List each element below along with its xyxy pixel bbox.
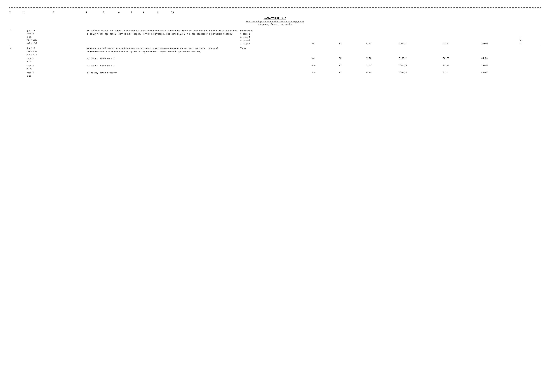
row3a-price: I4–88	[480, 64, 519, 71]
row1-rate: 2–38,7	[398, 29, 442, 46]
table-row: табл.4 № Ia в) то же, балки покрытия –"–…	[9, 71, 541, 78]
row2-desc: Укладка железобетонных изделий при помощ…	[86, 46, 239, 56]
row1-total: 6I,05	[442, 29, 480, 46]
col-1: I	[9, 11, 11, 14]
to-text: То же	[240, 47, 310, 50]
column-numbers-row: I 2 3 4 5 6 7 8 9 IO	[9, 11, 541, 15]
row2a-total: 58,08	[442, 56, 480, 64]
row2a-qty: 33	[338, 56, 365, 64]
row2a-unit: шт.	[311, 56, 338, 64]
col-2: 2	[23, 11, 25, 14]
row4a-rate: 3–82,8	[398, 71, 442, 78]
title-section: КАЛЬКУЛЯЦИН № 6 Монтаж сборных железобет…	[9, 17, 541, 26]
row4a-desc: в) то же, балки покрытия	[86, 71, 239, 78]
table-row: 2. § 4–I–6 тех.часть п.I к–I,I Укладка ж…	[9, 46, 541, 56]
col-8: 8	[143, 11, 144, 14]
row1-qty: I5	[338, 29, 365, 46]
row3a-desc: б) ригели весом до 3 т	[86, 64, 239, 71]
row3a-norm: 2,3I	[365, 64, 398, 71]
row2a-norm: I,76	[365, 56, 398, 64]
row2a-rate: I–03,2	[398, 56, 442, 64]
col-3: 3	[53, 11, 54, 14]
row4a-unit: –"–	[311, 71, 338, 78]
col-10: IO	[171, 11, 174, 14]
row2-empty	[311, 46, 519, 56]
main-content: 1. § I–4–4 табл.2 № Ia тех.часть п.I к–I…	[9, 29, 541, 78]
row3a-total: 25,4I	[442, 64, 480, 71]
col-9: 9	[157, 11, 158, 14]
row1-unit: шт.	[311, 29, 338, 46]
row4a-norm: 6,05	[365, 71, 398, 78]
row2a-price: 34–06	[480, 56, 519, 64]
title-main: КАЛЬКУЛЯЦИН № 6	[9, 17, 541, 21]
row2-ref: § 4–I–6 тех.часть п.I к–I,I	[26, 46, 86, 56]
row1-ref: § I–4–4 табл.2 № Ia тех.часть п.I к–I,I	[26, 29, 86, 46]
col-6: 6	[118, 11, 119, 14]
row2a-ref: табл.2 № 2а	[26, 56, 86, 64]
row2a-desc: а) ригели весом до 2 т	[86, 56, 239, 64]
row2-number: 2.	[9, 46, 26, 56]
row1-norm: 4,07	[365, 29, 398, 46]
row1-number: 1.	[9, 29, 26, 46]
row3a-rate: I–35,3	[398, 64, 442, 71]
row3a-unit: –"–	[311, 64, 338, 71]
table-row: 1. § I–4–4 табл.2 № Ia тех.часть п.I к–I…	[9, 29, 541, 46]
table-row: табл.3 № 3а б) ригели весом до 3 т –"– I…	[9, 64, 541, 71]
col-5: 5	[103, 11, 104, 14]
row4a-qty: I2	[338, 71, 365, 78]
row1-price: 35–80	[480, 29, 519, 46]
row3a-qty: II	[338, 64, 365, 71]
top-dashed-line	[9, 7, 541, 10]
row4a-total: 72,6	[442, 71, 480, 78]
row1-desc: Устройство колонн при помощи автокрана н…	[86, 29, 239, 46]
title-sub1: Монтаж сборных железобетонных конструкци…	[9, 21, 541, 23]
row1-workers: Монтажники 5 разр–I 4 разр–I 3 разр–I 2 …	[239, 29, 311, 46]
row4a-ref: табл.4 № Ia	[26, 71, 86, 78]
row3a-ref: табл.3 № 3а	[26, 64, 86, 71]
title-sub2: (колонн, балок, ригелей)	[9, 23, 541, 26]
col-7: 7	[131, 11, 132, 14]
row2-workers: То же	[239, 46, 311, 56]
col-4: 4	[86, 11, 87, 14]
row1-extra: ↑ЧрI	[519, 29, 541, 46]
table-row: табл.2 № 2а а) ригели весом до 2 т шт. 3…	[9, 56, 541, 64]
row4a-price: 45–94	[480, 71, 519, 78]
